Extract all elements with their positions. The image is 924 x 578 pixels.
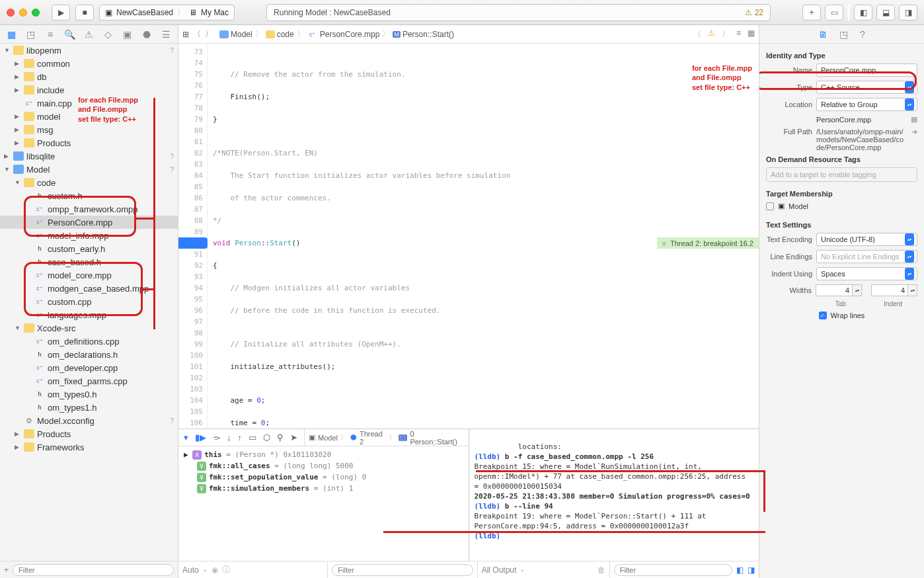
toggle-debug[interactable]: ⬓ <box>876 5 895 21</box>
env-override-icon[interactable]: ⚲ <box>277 433 284 442</box>
warnings-badge[interactable]: ⚠ 22 <box>745 8 763 17</box>
tree-file-om-declarations[interactable]: hom_declarations.h <box>0 348 178 361</box>
tree-folder-include[interactable]: ▶include <box>0 83 178 97</box>
help-inspector-tab[interactable]: ? <box>860 29 865 40</box>
tree-group-libsqlite[interactable]: ▶libsqlite? <box>0 149 178 163</box>
nav-forward-icon[interactable]: 〉 <box>205 28 213 40</box>
scheme-selector[interactable]: ▣ NewCaseBased 〉 🖥 My Mac <box>99 5 235 21</box>
tree-file-modgen-case[interactable]: c⁺modgen_case_based.mpp <box>0 282 178 295</box>
report-nav-tab[interactable]: ☰ <box>159 28 173 41</box>
tree-folder-common[interactable]: ▶common <box>0 57 178 70</box>
tree-group-libopenm[interactable]: ▼libopenm? <box>0 44 178 57</box>
navigator-filter-input[interactable] <box>13 564 174 576</box>
tree-file-om-types1[interactable]: hom_types1.h <box>0 401 178 414</box>
debug-process-breadcrumb[interactable]: ▣Model〉 ⬢Thread 2〉 ⬚0 Person::Start() <box>304 429 463 446</box>
tags-input[interactable]: Add to a target to enable tagging <box>766 167 917 182</box>
show-variables-icon[interactable]: ◧ <box>736 565 744 575</box>
breakpoint-marker[interactable] <box>178 237 208 249</box>
variables-filter-input[interactable] <box>332 564 473 576</box>
outline-icon[interactable]: ≡ <box>736 28 741 40</box>
type-select[interactable]: C++ Source▴▾ <box>816 81 917 94</box>
step-into-icon[interactable]: ↓ <box>227 433 231 442</box>
location-select[interactable]: Relative to Group▴▾ <box>816 98 917 111</box>
zoom-window-icon[interactable] <box>32 9 40 17</box>
name-field[interactable]: PersonCore.mpp <box>816 63 917 77</box>
toggle-navigator[interactable]: ◧ <box>854 5 872 21</box>
tree-folder-xcode-src[interactable]: ▼Xcode-src <box>0 321 178 335</box>
minimize-window-icon[interactable] <box>19 9 27 17</box>
issue-next-icon[interactable]: 〉 <box>722 28 730 40</box>
jump-bar[interactable]: ⊞ 〈 〉 Model 〉 code 〉 c⁺PersonCore.mpp 〉 … <box>178 25 759 44</box>
breakpoint-nav-tab[interactable]: ⬣ <box>140 28 153 41</box>
tree-file-om-developer[interactable]: c⁺om_developer.cpp <box>0 361 178 374</box>
console-filter-input[interactable] <box>614 564 732 576</box>
tree-folder-products2[interactable]: ▶Products <box>0 427 178 440</box>
tree-folder-model[interactable]: ▶model <box>0 110 178 123</box>
step-over-icon[interactable]: ⤼ <box>213 433 220 442</box>
run-button[interactable]: ▶ <box>52 5 70 21</box>
line-gutter[interactable]: 7374757677787980818283848586878889 90 91… <box>178 44 208 429</box>
issue-nav-tab[interactable]: ⚠ <box>82 28 95 41</box>
tree-folder-products[interactable]: ▶Products <box>0 136 178 149</box>
wrap-lines-checkbox[interactable]: ✓ <box>819 311 827 319</box>
step-out-icon[interactable]: ↑ <box>238 433 243 442</box>
target-checkbox[interactable] <box>766 202 774 210</box>
symbol-nav-tab[interactable]: ≡ <box>44 28 57 41</box>
code-editor[interactable]: // Remove the actor from the simulation.… <box>208 44 759 429</box>
indent-width-stepper[interactable]: 4▴▾ <box>871 284 917 296</box>
toggle-inspector[interactable]: ◨ <box>899 5 917 21</box>
add-button[interactable]: + <box>802 5 821 21</box>
quicklook-icon[interactable]: ◉ <box>212 565 218 575</box>
file-inspector-tab[interactable]: 🗎 <box>818 29 828 40</box>
tree-file-model-info[interactable]: c⁺model_info.mpp <box>0 229 178 242</box>
close-window-icon[interactable] <box>7 9 15 17</box>
related-items-icon[interactable]: ⊞ <box>182 30 189 39</box>
memory-graph-icon[interactable]: ⬡ <box>263 433 270 442</box>
encoding-select[interactable]: Unicode (UTF-8)▴▾ <box>816 233 917 246</box>
tree-file-model-core[interactable]: c⁺model_core.mpp <box>0 268 178 282</box>
tree-file-om-fixed-parms[interactable]: c⁺om_fixed_parms.cpp <box>0 374 178 388</box>
find-nav-tab[interactable]: 🔍 <box>63 28 76 41</box>
assistant-icon[interactable]: ▦ <box>748 28 755 40</box>
project-nav-tab[interactable]: ▦ <box>5 28 19 41</box>
debug-nav-tab[interactable]: ▣ <box>121 28 134 41</box>
tree-file-ompp-framework[interactable]: c⁺ompp_framework.ompp <box>0 202 178 216</box>
tree-file-xcconfig[interactable]: ⚙Model.xcconfig? <box>0 414 178 427</box>
tree-folder-frameworks[interactable]: ▶Frameworks <box>0 440 178 454</box>
line-endings-select[interactable]: No Explicit Line Endings▴▾ <box>816 250 917 263</box>
tree-folder-code[interactable]: ▼code <box>0 176 178 189</box>
reveal-icon[interactable]: ▦ <box>911 115 917 124</box>
tree-file-om-definitions[interactable]: c⁺om_definitions.cpp <box>0 335 178 348</box>
library-button[interactable]: ▭ <box>825 5 843 21</box>
tree-file-main-cpp[interactable]: c⁺main.cpp <box>0 97 178 110</box>
simulate-loc-icon[interactable]: ➤ <box>290 433 297 442</box>
arrow-icon[interactable]: ➜ <box>911 128 917 136</box>
tree-file-custom-h[interactable]: hcustom.h <box>0 189 178 202</box>
tree-file-languages[interactable]: c⁺languages.mpp <box>0 308 178 321</box>
tab-width-stepper[interactable]: 4▴▾ <box>816 284 862 296</box>
test-nav-tab[interactable]: ◇ <box>102 28 115 41</box>
continue-icon[interactable]: ▮▶ <box>195 433 206 442</box>
nav-back-icon[interactable]: 〈 <box>193 28 201 40</box>
show-console-icon[interactable]: ◨ <box>748 565 755 575</box>
tree-file-custom-cpp[interactable]: c⁺custom.cpp <box>0 295 178 308</box>
output-scope-button[interactable]: All Output <box>482 565 517 575</box>
tree-file-personcore[interactable]: c⁺PersonCore.mpp <box>0 216 178 229</box>
console-output[interactable]: locations: (lldb) b -f case_based_common… <box>469 429 759 561</box>
add-file-button[interactable]: + <box>4 565 9 575</box>
trash-icon[interactable]: 🗑 <box>597 565 605 575</box>
toggle-breakpoints-icon[interactable]: ▾ <box>184 433 188 442</box>
issue-prev-icon[interactable]: 〈 <box>693 28 701 40</box>
tree-file-case-based[interactable]: hcase_based.h <box>0 255 178 268</box>
variables-view[interactable]: ▶ Athis = (Person *) 0x101103020 Vfmk::a… <box>178 446 469 561</box>
view-debug-icon[interactable]: ▭ <box>249 433 256 442</box>
tree-file-om-types0[interactable]: hom_types0.h <box>0 388 178 401</box>
stop-button[interactable]: ■ <box>75 5 94 21</box>
tree-folder-db[interactable]: ▶db <box>0 70 178 83</box>
tree-group-model[interactable]: ▼Model? <box>0 163 178 176</box>
tree-folder-msg[interactable]: ▶msg <box>0 123 178 136</box>
print-icon[interactable]: ⓘ <box>222 564 230 575</box>
indent-using-select[interactable]: Spaces▴▾ <box>816 267 917 280</box>
auto-scope-button[interactable]: Auto <box>182 565 199 575</box>
source-control-tab[interactable]: ◳ <box>24 28 38 41</box>
